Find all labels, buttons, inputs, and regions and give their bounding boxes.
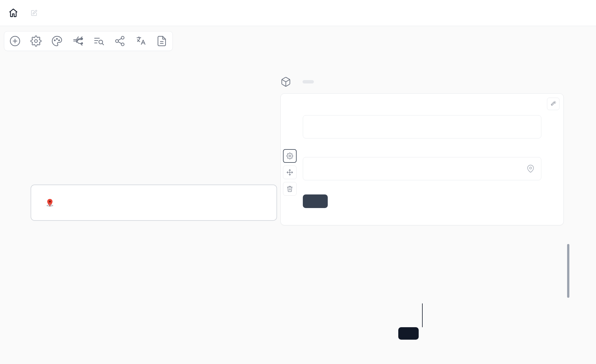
field-name[interactable] xyxy=(303,109,541,138)
svg-point-16 xyxy=(121,43,124,46)
svg-point-7 xyxy=(82,38,82,39)
map-pin-icon xyxy=(45,198,54,207)
pencil-icon[interactable] xyxy=(31,10,37,16)
field-tools xyxy=(283,149,297,196)
svg-point-6 xyxy=(59,40,59,41)
magic-wand-icon[interactable] xyxy=(547,98,559,110)
connector-line xyxy=(422,303,423,327)
svg-point-23 xyxy=(289,155,291,157)
svg-line-13 xyxy=(102,43,104,45)
svg-point-8 xyxy=(82,43,82,44)
field-settings-icon[interactable] xyxy=(283,149,297,163)
title-row xyxy=(26,10,37,16)
palette-icon[interactable] xyxy=(51,35,63,47)
svg-line-18 xyxy=(118,38,121,40)
svg-point-4 xyxy=(54,40,55,41)
top-bar-left xyxy=(8,8,37,18)
location-pin-icon xyxy=(527,165,535,173)
svg-point-3 xyxy=(35,40,37,42)
document-icon[interactable] xyxy=(156,35,167,47)
tabs xyxy=(386,5,588,21)
translate-icon[interactable] xyxy=(135,35,146,47)
svg-point-15 xyxy=(116,40,118,42)
name-input[interactable] xyxy=(303,115,541,138)
canvas[interactable] xyxy=(0,26,596,364)
plus-circle-icon[interactable] xyxy=(9,35,21,47)
svg-line-17 xyxy=(118,42,121,44)
add-step-button[interactable] xyxy=(398,327,419,340)
gear-icon[interactable] xyxy=(30,35,42,47)
domain-badge[interactable] xyxy=(303,80,314,83)
form-card xyxy=(280,93,564,225)
move-icon[interactable] xyxy=(283,166,297,179)
branch-icon[interactable] xyxy=(72,35,84,47)
svg-point-26 xyxy=(530,167,532,169)
share-nodes-icon[interactable] xyxy=(114,35,125,47)
top-bar xyxy=(0,0,596,26)
scrollbar-thumb[interactable] xyxy=(567,244,569,298)
home-icon[interactable] xyxy=(8,8,18,18)
trash-icon[interactable] xyxy=(283,182,297,196)
company-row xyxy=(280,76,314,87)
field-address[interactable] xyxy=(303,151,541,180)
connect-google-places-card[interactable] xyxy=(31,185,277,221)
address-input[interactable] xyxy=(303,157,541,180)
svg-point-5 xyxy=(56,38,57,39)
svg-point-21 xyxy=(49,201,51,203)
submit-button[interactable] xyxy=(303,194,328,208)
toolbar xyxy=(4,31,173,51)
svg-point-14 xyxy=(121,36,124,39)
search-list-icon[interactable] xyxy=(93,35,105,47)
cube-icon[interactable] xyxy=(280,76,291,87)
